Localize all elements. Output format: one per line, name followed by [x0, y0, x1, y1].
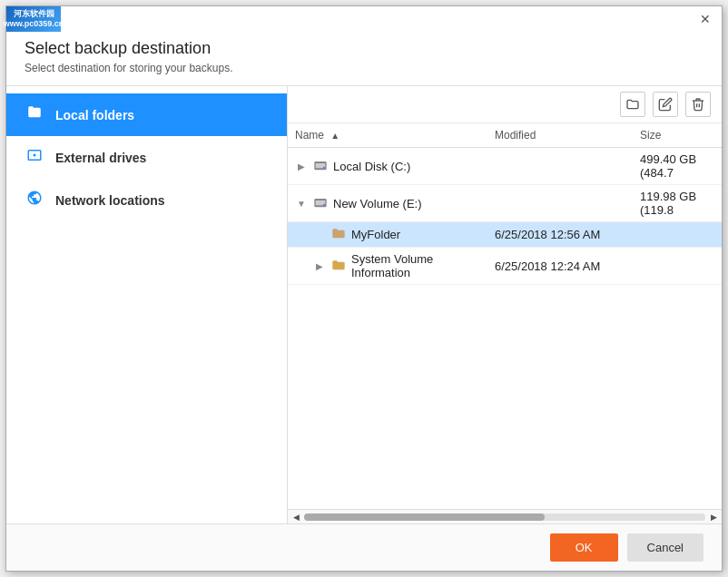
toolbar: [288, 86, 722, 123]
left-panel: Local folders External drives Network lo…: [6, 86, 288, 523]
expand-button[interactable]: ▶: [313, 259, 326, 272]
table-row[interactable]: ▶System Volume Information6/25/2018 12:2…: [288, 248, 722, 285]
col-header-name[interactable]: Name ▲: [288, 123, 487, 148]
cell-size: 119.98 GB (119.8: [633, 185, 722, 222]
ok-button[interactable]: OK: [550, 533, 618, 562]
dialog-title: Select backup destination: [25, 39, 703, 58]
local-folders-icon: [25, 104, 44, 125]
new-folder-button[interactable]: [620, 92, 645, 117]
scroll-left-arrow[interactable]: ◀: [290, 511, 302, 523]
network-locations-label: Network locations: [55, 193, 165, 208]
collapse-button[interactable]: ▼: [295, 197, 308, 210]
cell-modified: 6/25/2018 12:24 AM: [487, 248, 633, 285]
cell-size: 499.40 GB (484.7: [633, 148, 722, 185]
cell-modified: [487, 185, 633, 222]
table-row[interactable]: MyFolder6/25/2018 12:56 AM: [288, 222, 722, 248]
sidebar-item-local-folders[interactable]: Local folders: [6, 93, 287, 136]
cell-name: MyFolder: [288, 222, 487, 248]
cell-name: ▶Local Disk (C:): [288, 148, 487, 185]
cell-modified: 6/25/2018 12:56 AM: [487, 222, 633, 248]
close-button[interactable]: ✕: [696, 10, 714, 28]
file-name: New Volume (E:): [333, 197, 422, 210]
title-bar: 河东软件园 www.pc0359.cn ✕: [6, 6, 722, 32]
svg-point-5: [323, 203, 325, 205]
file-table[interactable]: Name ▲ Modified Size ▶Local Disk (C:)499…: [288, 123, 722, 509]
horizontal-scrollbar[interactable]: ◀ ▶: [288, 509, 722, 523]
file-name: System Volume Information: [351, 252, 480, 279]
scroll-thumb[interactable]: [304, 513, 545, 521]
dialog-body: Local folders External drives Network lo…: [6, 85, 722, 523]
watermark-text: 河东软件园 www.pc0359.cn: [4, 9, 64, 29]
cancel-button[interactable]: Cancel: [627, 533, 703, 562]
watermark: 河东软件园 www.pc0359.cn: [6, 6, 61, 32]
table-header: Name ▲ Modified Size: [288, 123, 722, 148]
table-row[interactable]: ▶Local Disk (C:)499.40 GB (484.7: [288, 148, 722, 185]
cell-name: ▶System Volume Information: [288, 248, 487, 285]
file-icon: [313, 159, 328, 174]
local-folders-label: Local folders: [55, 108, 134, 122]
right-panel: Name ▲ Modified Size ▶Local Disk (C:)499…: [288, 86, 722, 523]
file-icon: [331, 259, 346, 274]
file-icon: [313, 196, 328, 211]
external-drives-label: External drives: [55, 151, 146, 165]
network-locations-icon: [25, 190, 44, 210]
dialog: 河东软件园 www.pc0359.cn ✕ Select backup dest…: [5, 5, 723, 572]
dialog-header: Select backup destination Select destina…: [6, 32, 722, 85]
cell-size: [633, 248, 722, 285]
scroll-right-arrow[interactable]: ▶: [707, 511, 720, 523]
file-name: MyFolder: [351, 228, 400, 241]
delete-button[interactable]: [685, 92, 711, 117]
cell-modified: [487, 148, 633, 185]
expand-button[interactable]: ▶: [295, 160, 308, 172]
col-header-size[interactable]: Size: [633, 123, 722, 148]
cell-name: ▼New Volume (E:): [288, 185, 487, 222]
col-header-modified[interactable]: Modified: [487, 123, 633, 148]
cell-size: [633, 222, 722, 248]
table-row[interactable]: ▼New Volume (E:)119.98 GB (119.8: [288, 185, 722, 222]
scroll-track[interactable]: [304, 513, 705, 521]
dialog-subtitle: Select destination for storing your back…: [25, 62, 703, 74]
svg-point-2: [323, 166, 325, 168]
sidebar-item-external-drives[interactable]: External drives: [6, 136, 287, 179]
file-name: Local Disk (C:): [333, 160, 410, 173]
external-drives-icon: [25, 147, 44, 168]
sort-arrow-name: ▲: [330, 131, 339, 141]
sidebar-item-network-locations[interactable]: Network locations: [6, 179, 287, 221]
dialog-footer: OK Cancel: [6, 523, 722, 571]
file-icon: [331, 227, 346, 242]
rename-button[interactable]: [653, 92, 678, 117]
